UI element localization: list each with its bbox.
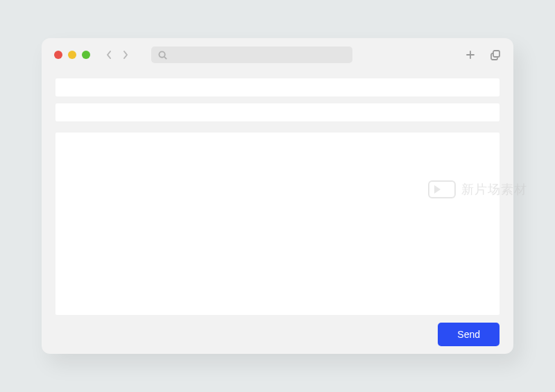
svg-rect-4 bbox=[493, 51, 500, 57]
toolbar-right bbox=[465, 49, 501, 60]
toolbar bbox=[42, 38, 513, 71]
svg-point-0 bbox=[159, 51, 164, 57]
traffic-lights bbox=[54, 51, 90, 59]
subject-field[interactable] bbox=[56, 103, 500, 121]
compose-content bbox=[42, 71, 513, 315]
footer: Send bbox=[42, 315, 513, 354]
message-body[interactable] bbox=[56, 133, 500, 315]
new-tab-button[interactable] bbox=[465, 49, 476, 60]
nav-arrows bbox=[105, 49, 129, 60]
browser-window: Send bbox=[42, 38, 513, 354]
copy-icon bbox=[490, 49, 501, 60]
plus-icon bbox=[466, 50, 475, 60]
svg-line-1 bbox=[164, 56, 166, 58]
close-window-button[interactable] bbox=[54, 51, 62, 59]
minimize-window-button[interactable] bbox=[68, 51, 76, 59]
forward-button[interactable] bbox=[122, 49, 129, 60]
chevron-right-icon bbox=[123, 50, 128, 60]
search-icon bbox=[158, 51, 167, 60]
tabs-overview-button[interactable] bbox=[490, 49, 501, 60]
send-button[interactable]: Send bbox=[438, 323, 500, 346]
back-button[interactable] bbox=[105, 49, 112, 60]
to-field[interactable] bbox=[56, 78, 500, 96]
chevron-left-icon bbox=[106, 50, 112, 60]
maximize-window-button[interactable] bbox=[82, 51, 90, 59]
address-bar[interactable] bbox=[151, 46, 352, 63]
